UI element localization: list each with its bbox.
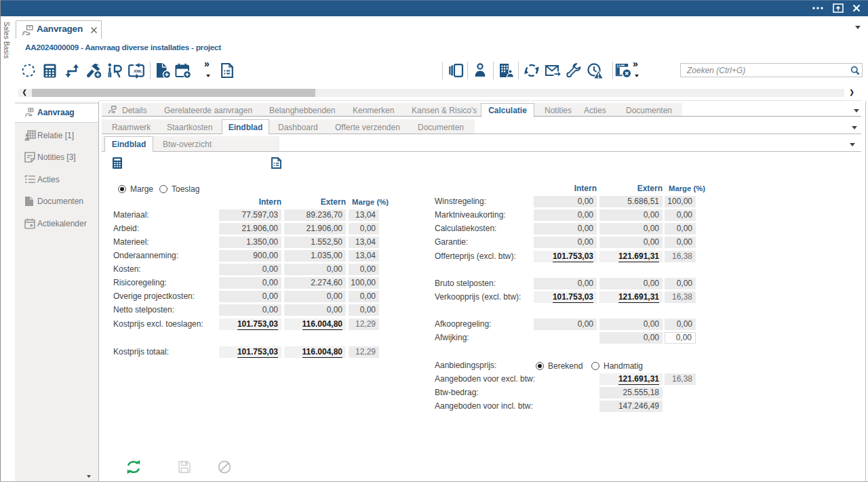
- svg-text:XML: XML: [134, 69, 142, 73]
